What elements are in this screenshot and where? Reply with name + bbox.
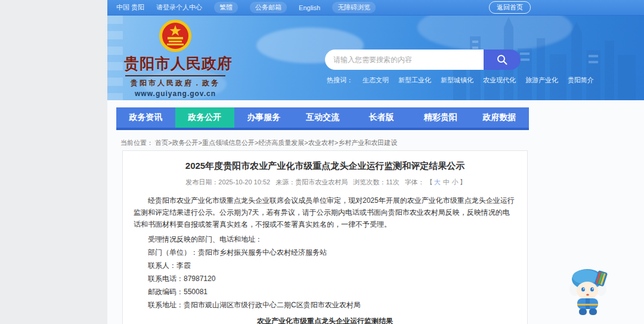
national-emblem-icon xyxy=(159,19,191,53)
nav-tab-hudong-jiaoliu[interactable]: 互动交流 xyxy=(293,107,352,128)
site-banner: 贵阳市人民政府 贵阳市人民政府．政务 www.guiyang.gov.cn 热搜… xyxy=(107,16,644,100)
contact-person: 联系人：李霞 xyxy=(134,261,516,271)
site-page: 中国 贵阳 请登录个人中心 繁體 公务邮箱 English 无障碍浏览 返回首页 xyxy=(107,0,644,324)
view-count: 浏览次数：11次 xyxy=(353,178,399,186)
site-name: 贵阳市人民政府 xyxy=(124,54,227,73)
topbar-link-traditional-chinese[interactable]: 繁體 xyxy=(214,2,238,13)
top-utility-bar-inner: 中国 贵阳 请登录个人中心 繁體 公务邮箱 English 无障碍浏览 返回首页 xyxy=(116,1,531,14)
publish-date: 发布日期：2025-10-20 10:52 xyxy=(185,178,270,186)
contact-address: 联系地址：贵阳市观山湖区市级行政中心二期C区贵阳市农业农村局 xyxy=(134,300,516,310)
article-title: 2025年度贵阳市农业产业化市级重点龙头企业运行监测和评定结果公示 xyxy=(134,161,516,172)
contact-phone: 联系电话：87987120 xyxy=(134,274,516,284)
article-panel: 2025年度贵阳市农业产业化市级重点龙头企业运行监测和评定结果公示 发布日期：2… xyxy=(122,150,528,324)
font-size-bracket-close: 】 xyxy=(460,178,466,186)
hot-search-word-6[interactable]: 贵阳简介 xyxy=(568,76,594,85)
main-content-area: 政务资讯 政务公开 办事服务 互动交流 长者版 精彩贵阳 政府数据 当前位置： … xyxy=(107,100,644,324)
article-meta: 发布日期：2025-10-20 10:52 来源：贵阳市农业农村局 浏览次数：1… xyxy=(134,178,516,187)
article-paragraph: 经贵阳市农业产业化市级重点龙头企业联席会议成员单位审定，现对2025年开展的农业… xyxy=(134,195,516,230)
topbar-link-china-guiyang[interactable]: 中国 贵阳 xyxy=(116,3,144,12)
hot-search-word-1[interactable]: 生态文明 xyxy=(363,76,389,85)
hot-search-word-2[interactable]: 新型工业化 xyxy=(398,76,431,85)
back-to-home-button[interactable]: 返回首页 xyxy=(489,1,531,14)
primary-navigation: 政务资讯 政务公开 办事服务 互动交流 长者版 精彩贵阳 政府数据 xyxy=(116,107,529,130)
hot-search-label: 热搜词： xyxy=(327,76,353,85)
font-size-small-button[interactable]: 小 xyxy=(452,178,459,186)
postal-code: 邮政编码：550081 xyxy=(134,287,516,297)
nav-tab-zhengwu-zixun[interactable]: 政务资讯 xyxy=(116,107,175,128)
article-source: 来源：贵阳市农业农村局 xyxy=(275,178,348,186)
breadcrumb-label: 当前位置： xyxy=(120,139,153,146)
article-body: 经贵阳市农业产业化市级重点龙头企业联席会议成员单位审定，现对2025年开展的农业… xyxy=(134,195,516,324)
site-url: www.guiyang.gov.cn xyxy=(124,90,227,98)
nav-tab-jingcai-guiyang[interactable]: 精彩贵阳 xyxy=(411,107,470,128)
banner-left-decoration xyxy=(107,16,123,100)
site-search xyxy=(325,50,521,70)
article-paragraph: 受理情况反映的部门、电话和地址： xyxy=(134,234,516,245)
topbar-link-accessibility[interactable]: 无障碍浏览 xyxy=(332,2,376,13)
search-icon xyxy=(496,54,508,66)
search-input[interactable] xyxy=(325,50,484,70)
nav-tab-zhengfu-shuju[interactable]: 政府数据 xyxy=(470,107,529,128)
result-table-caption: 农业产业化市级重点龙头企业运行监测结果 xyxy=(134,316,516,324)
nav-tab-banshi-fuwu[interactable]: 办事服务 xyxy=(234,107,293,128)
font-size-bracket-open: 【 xyxy=(426,178,433,186)
hot-search-word-3[interactable]: 新型城镇化 xyxy=(441,76,473,85)
top-utility-bar: 中国 贵阳 请登录个人中心 繁體 公务邮箱 English 无障碍浏览 返回首页 xyxy=(107,0,644,16)
hot-search-row: 热搜词： 生态文明 新型工业化 新型城镇化 农业现代化 旅游产业化 贵阳简介 xyxy=(327,76,594,85)
hot-search-word-5[interactable]: 旅游产业化 xyxy=(525,76,558,85)
hot-search-word-4[interactable]: 农业现代化 xyxy=(483,76,516,85)
logo-divider xyxy=(125,75,225,76)
font-size-label: 字体： xyxy=(405,178,425,186)
breadcrumb: 当前位置： 首页>政务公开>重点领域信息公开>经济高质量发展>农业农村>乡村产业… xyxy=(120,138,397,147)
topbar-link-english[interactable]: English xyxy=(299,4,320,11)
font-size-medium-button[interactable]: 中 xyxy=(443,178,450,186)
site-logo[interactable]: 贵阳市人民政府 贵阳市人民政府．政务 www.guiyang.gov.cn xyxy=(124,19,227,98)
breadcrumb-path[interactable]: 首页>政务公开>重点领域信息公开>经济高质量发展>农业农村>乡村产业和农田建设 xyxy=(155,139,397,146)
topbar-link-official-mail[interactable]: 公务邮箱 xyxy=(250,2,287,13)
site-subtitle: 贵阳市人民政府．政务 xyxy=(124,78,227,88)
mascot-assistant[interactable] xyxy=(565,263,612,317)
font-size-large-button[interactable]: 大 xyxy=(434,178,441,186)
nav-tab-zhangzheban[interactable]: 长者版 xyxy=(352,107,411,128)
search-button[interactable] xyxy=(484,50,521,70)
topbar-link-login-personal-center[interactable]: 请登录个人中心 xyxy=(156,3,202,12)
contact-department: 部门（单位）：贵阳市乡村振兴服务中心农村经济服务站 xyxy=(134,248,516,258)
nav-tab-zhengwu-gongkai[interactable]: 政务公开 xyxy=(175,107,234,128)
